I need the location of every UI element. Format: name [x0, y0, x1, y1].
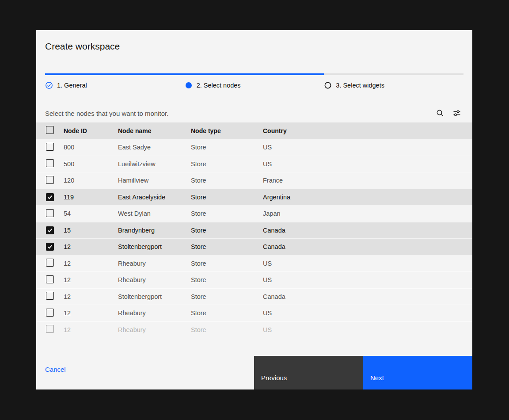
row-checkbox-cell: [46, 309, 64, 318]
row-checkbox-cell: [46, 193, 64, 201]
cancel-button[interactable]: Cancel: [45, 366, 66, 373]
cell-node-type: Store: [191, 194, 263, 201]
table-row[interactable]: 12StoltenbergportStoreCanada: [36, 239, 472, 256]
row-checkbox[interactable]: [46, 275, 54, 283]
column-header-node-id[interactable]: Node ID: [64, 127, 118, 134]
row-checkbox[interactable]: [46, 176, 54, 184]
cell-node-type: Store: [191, 260, 263, 267]
cell-node-name: Stoltenbergport: [118, 243, 191, 250]
row-checkbox-checked[interactable]: [46, 243, 54, 251]
cell-node-id: 12: [64, 293, 118, 300]
row-checkbox-cell: [46, 325, 64, 334]
cell-country: Argentina: [263, 194, 472, 201]
progress-indicator: 1. General 2. Select nodes 3. Select wid…: [45, 73, 463, 89]
column-header-node-type[interactable]: Node type: [191, 127, 263, 134]
cell-country: US: [263, 160, 472, 168]
cell-node-name: Lueilwitzview: [118, 160, 191, 168]
cell-node-name: Stoltenbergport: [118, 293, 191, 300]
table-row[interactable]: 12RheaburyStoreUS: [36, 256, 472, 272]
table-row[interactable]: 119East AracelysideStoreArgentina: [36, 189, 472, 206]
cell-node-id: 15: [64, 227, 118, 234]
cell-node-id: 500: [64, 160, 118, 168]
column-header-node-name[interactable]: Node name: [118, 127, 191, 134]
nodes-table: Node ID Node name Node type Country 800E…: [36, 122, 472, 338]
cell-node-type: Store: [191, 293, 263, 300]
checkmark-circle-icon: [45, 81, 53, 89]
cell-node-name: Brandynberg: [118, 227, 191, 234]
cell-country: US: [263, 276, 472, 283]
cell-country: Japan: [263, 210, 472, 217]
cancel-area: Cancel: [36, 356, 254, 389]
cell-node-name: Rheabury: [118, 326, 191, 333]
cell-node-id: 120: [64, 177, 118, 184]
next-button[interactable]: Next: [363, 356, 472, 389]
row-checkbox[interactable]: [46, 209, 54, 217]
progress-line-remaining: [324, 73, 463, 75]
select-all-checkbox[interactable]: [46, 126, 54, 134]
row-checkbox[interactable]: [46, 325, 54, 333]
cell-node-id: 12: [64, 326, 118, 333]
step-label: 2. Select nodes: [197, 82, 241, 89]
row-checkbox[interactable]: [46, 259, 54, 267]
cell-node-type: Store: [191, 160, 263, 168]
search-button[interactable]: [436, 109, 444, 117]
table-row[interactable]: 12RheaburyStoreUS: [36, 305, 472, 322]
row-checkbox-checked[interactable]: [46, 226, 54, 234]
row-checkbox[interactable]: [46, 292, 54, 300]
filter-settings-button[interactable]: [453, 109, 461, 117]
cell-node-type: Store: [191, 227, 263, 234]
step-label: 1. General: [57, 82, 87, 89]
step-general[interactable]: 1. General: [45, 81, 185, 89]
cell-node-id: 12: [64, 309, 118, 317]
modal-footer: Cancel Previous Next: [36, 356, 472, 389]
create-workspace-modal: Create workspace 1. General: [36, 30, 472, 389]
cell-node-type: Store: [191, 326, 263, 333]
toolbar-icons: [436, 109, 461, 117]
cell-node-type: Store: [191, 177, 263, 184]
table-row[interactable]: 120HamillviewStoreFrance: [36, 172, 472, 189]
cell-country: US: [263, 144, 472, 151]
row-checkbox[interactable]: [46, 143, 54, 151]
cell-node-id: 12: [64, 276, 118, 283]
column-header-country[interactable]: Country: [263, 127, 472, 134]
cell-node-name: West Dylan: [118, 210, 191, 217]
step-select-nodes[interactable]: 2. Select nodes: [185, 81, 324, 89]
modal-title: Create workspace: [45, 41, 463, 52]
cell-node-name: East Aracelyside: [118, 194, 191, 201]
table-row[interactable]: 800East SadyeStoreUS: [36, 139, 472, 156]
cell-node-type: Store: [191, 144, 263, 151]
row-checkbox-cell: [46, 226, 64, 234]
cell-country: France: [263, 177, 472, 184]
cell-node-name: East Sadye: [118, 144, 191, 151]
cell-country: US: [263, 260, 472, 267]
row-checkbox-cell: [46, 176, 64, 185]
table-row[interactable]: 12RheaburyStoreUS: [36, 322, 472, 339]
row-checkbox[interactable]: [46, 309, 54, 317]
table-row[interactable]: 500LueilwitzviewStoreUS: [36, 156, 472, 173]
row-checkbox-cell: [46, 275, 64, 285]
table-header-row: Node ID Node name Node type Country: [36, 122, 472, 139]
table-body: 800East SadyeStoreUS500LueilwitzviewStor…: [36, 139, 472, 338]
search-icon: [436, 109, 444, 117]
cell-node-type: Store: [191, 210, 263, 217]
step-select-widgets[interactable]: 3. Select widgets: [324, 81, 463, 89]
cell-node-id: 800: [64, 144, 118, 151]
cell-node-type: Store: [191, 309, 263, 317]
table-row[interactable]: 15BrandynbergStoreCanada: [36, 222, 472, 239]
cell-country: Canada: [263, 243, 472, 250]
row-checkbox-checked[interactable]: [46, 193, 54, 201]
table-row[interactable]: 54West DylanStoreJapan: [36, 206, 472, 222]
table-toolbar: Select the nodes that you want to monito…: [36, 89, 472, 122]
table-description: Select the nodes that you want to monito…: [45, 110, 168, 117]
cell-node-id: 119: [64, 194, 118, 201]
table-row[interactable]: 12StoltenbergportStoreCanada: [36, 289, 472, 305]
table-row[interactable]: 12RheaburyStoreUS: [36, 272, 472, 289]
cell-country: US: [263, 326, 472, 333]
cell-node-name: Rheabury: [118, 276, 191, 283]
cell-node-id: 12: [64, 260, 118, 267]
progress-steps: 1. General 2. Select nodes 3. Select wid…: [45, 75, 463, 89]
row-checkbox[interactable]: [46, 159, 54, 167]
settings-adjust-icon: [453, 109, 461, 117]
previous-button[interactable]: Previous: [254, 356, 363, 389]
row-checkbox-cell: [46, 259, 64, 268]
